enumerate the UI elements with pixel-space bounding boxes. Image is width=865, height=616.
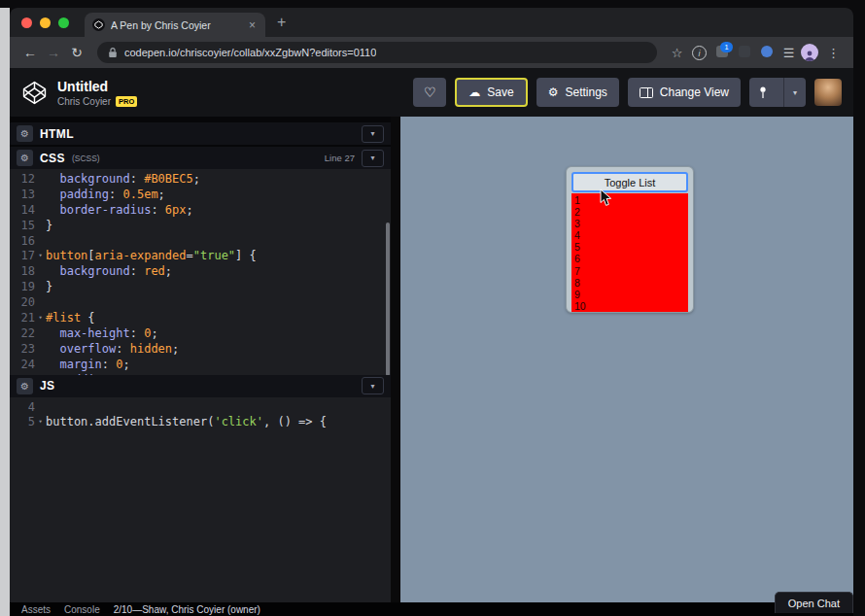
- list-item: 3: [574, 218, 688, 229]
- list-item: 9: [574, 289, 688, 300]
- css-panel-title: CSS: [40, 152, 65, 165]
- codepen-favicon-icon: [92, 18, 105, 31]
- pin-button-group[interactable]: ▾: [749, 78, 806, 107]
- css-settings-gear-icon[interactable]: ⚙: [17, 150, 33, 166]
- extension-icon-2[interactable]: [734, 46, 754, 60]
- js-collapse-chevron-icon[interactable]: ▾: [362, 377, 384, 394]
- desktop-edge: [0, 8, 10, 616]
- editor-column: ⚙ HTML ▾ ⚙ CSS (SCSS) Line 27 ▾ 12 backg…: [10, 117, 391, 602]
- code-line[interactable]: 22 max-height: 0;: [10, 326, 391, 342]
- lock-icon: [108, 47, 118, 58]
- tab-title: A Pen by Chris Coyier: [111, 19, 241, 31]
- gear-icon: ⚙: [548, 86, 559, 99]
- settings-button[interactable]: ⚙ Settings: [536, 78, 619, 107]
- js-panel-title: JS: [40, 379, 54, 393]
- code-line[interactable]: 18 background: red;: [10, 264, 391, 280]
- info-glyph: i: [692, 46, 707, 60]
- code-line[interactable]: 13 padding: 0.5em;: [10, 188, 391, 203]
- js-panel-header[interactable]: ⚙ JS ▾: [10, 375, 391, 397]
- address-bar[interactable]: codepen.io/chriscoyier/collab/xxZgbwN?ed…: [97, 42, 657, 63]
- code-line[interactable]: 14 border-radius: 6px;: [10, 203, 391, 219]
- css-code-lines: 12 background: #B0BEC5;13 padding: 0.5em…: [10, 172, 391, 375]
- preview-card: Toggle List 12345678910: [566, 166, 694, 313]
- codepen-header: Untitled Chris Coyier PRO ♡ ☁ Save ⚙ Set…: [10, 68, 853, 117]
- css-editor[interactable]: 12 background: #B0BEC5;13 padding: 0.5em…: [10, 169, 391, 375]
- layout-icon: [640, 87, 653, 98]
- extension-icon-4[interactable]: ☰: [778, 46, 799, 60]
- html-panel-title: HTML: [40, 127, 74, 141]
- code-line[interactable]: 19}: [10, 280, 391, 295]
- console-button[interactable]: Console: [64, 604, 100, 615]
- css-preprocessor-label: (SCSS): [72, 154, 100, 163]
- minimize-window-button[interactable]: [40, 17, 51, 28]
- list-item: 1: [574, 194, 688, 206]
- code-line[interactable]: 12 background: #B0BEC5;: [10, 172, 391, 188]
- list-item: 4: [574, 229, 688, 241]
- codepen-logo-icon: [21, 80, 48, 106]
- pin-dropdown-chevron-icon[interactable]: ▾: [783, 78, 806, 107]
- new-tab-button[interactable]: +: [277, 14, 286, 31]
- code-line[interactable]: 20: [10, 295, 391, 311]
- js-settings-gear-icon[interactable]: ⚙: [17, 378, 33, 394]
- pin-icon[interactable]: [749, 78, 777, 107]
- forward-icon[interactable]: →: [43, 45, 64, 60]
- extension-badge: 1: [720, 42, 733, 52]
- css-collapse-chevron-icon[interactable]: ▾: [362, 150, 384, 167]
- pen-title[interactable]: Untitled: [57, 79, 137, 94]
- save-button[interactable]: ☁ Save: [455, 78, 527, 107]
- url-text: codepen.io/chriscoyier/collab/xxZgbwN?ed…: [124, 47, 376, 58]
- js-editor[interactable]: 45▾button.addEventListener('click', () =…: [10, 397, 391, 603]
- save-label: Save: [487, 86, 513, 99]
- list-item: 10: [574, 300, 688, 312]
- close-window-button[interactable]: [21, 17, 32, 28]
- code-line[interactable]: 17▾button[aria-expanded="true"] {: [10, 249, 391, 264]
- screen: A Pen by Chris Coyier × + ← → ↻ codepen.…: [0, 0, 865, 616]
- back-icon[interactable]: ←: [19, 45, 41, 60]
- browser-profile-avatar[interactable]: [801, 44, 821, 61]
- avatar: [801, 44, 818, 61]
- code-line[interactable]: 5▾button.addEventListener('click', () =>…: [10, 415, 391, 430]
- extension-glyph: [761, 46, 773, 57]
- zoom-window-button[interactable]: [58, 17, 69, 28]
- bookmark-star-icon[interactable]: ☆: [667, 46, 687, 60]
- code-line[interactable]: 24 margin: 0;: [10, 358, 391, 373]
- editor-footer: Assets Console 2/10—Shaw, Chris Coyier (…: [10, 602, 853, 616]
- like-button[interactable]: ♡: [413, 78, 446, 107]
- list-item: 8: [574, 277, 688, 289]
- extension-icon-3[interactable]: [756, 46, 777, 60]
- pen-author[interactable]: Chris Coyier: [57, 96, 111, 107]
- window-controls: [21, 17, 69, 28]
- code-line[interactable]: 25 padding: 0;: [10, 373, 391, 375]
- toggle-list-button[interactable]: Toggle List: [571, 172, 688, 192]
- header-actions: ♡ ☁ Save ⚙ Settings Change View ▾: [413, 78, 842, 107]
- css-line-indicator: Line 27: [325, 153, 355, 163]
- browser-tab[interactable]: A Pen by Chris Coyier ×: [85, 13, 265, 37]
- code-line[interactable]: 21▾#list {: [10, 311, 391, 326]
- js-code-lines: 45▾button.addEventListener('click', () =…: [10, 400, 391, 431]
- change-view-label: Change View: [660, 86, 729, 99]
- css-editor-scrollbar[interactable]: [386, 222, 390, 375]
- html-panel-header[interactable]: ⚙ HTML ▾: [10, 122, 391, 145]
- code-line[interactable]: 15}: [10, 219, 391, 234]
- info-icon[interactable]: i: [689, 45, 709, 61]
- html-settings-gear-icon[interactable]: ⚙: [17, 125, 33, 142]
- assets-button[interactable]: Assets: [21, 604, 51, 615]
- kebab-menu-icon[interactable]: ⋮: [823, 46, 844, 60]
- cloud-icon: ☁: [468, 86, 480, 99]
- code-line[interactable]: 4: [10, 400, 391, 416]
- user-avatar[interactable]: [814, 79, 842, 106]
- list-item: 7: [574, 265, 688, 277]
- change-view-button[interactable]: Change View: [628, 78, 741, 107]
- browser-toolbar: ← → ↻ codepen.io/chriscoyier/collab/xxZg…: [10, 37, 853, 68]
- reload-icon[interactable]: ↻: [66, 45, 87, 60]
- code-line[interactable]: 16: [10, 234, 391, 250]
- tab-close-icon[interactable]: ×: [247, 18, 258, 32]
- css-panel-header[interactable]: ⚙ CSS (SCSS) Line 27 ▾: [10, 147, 391, 169]
- code-line[interactable]: 23 overflow: hidden;: [10, 342, 391, 358]
- editor-preview-divider[interactable]: [391, 117, 400, 602]
- settings-label: Settings: [565, 86, 606, 99]
- html-collapse-chevron-icon[interactable]: ▾: [362, 125, 384, 143]
- open-chat-button[interactable]: Open Chat: [775, 592, 853, 613]
- extension-icon-1[interactable]: 1: [711, 46, 732, 60]
- heart-icon: ♡: [424, 85, 436, 100]
